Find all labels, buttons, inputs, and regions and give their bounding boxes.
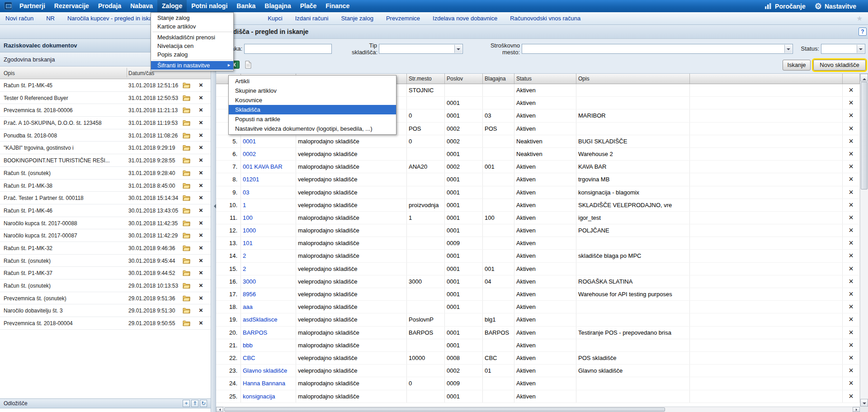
history-item-description[interactable]: Ponudba št. 2018-008	[4, 133, 124, 139]
menu-item-kosovnice[interactable]: Kosovnice	[229, 95, 396, 105]
delete-history-icon[interactable]: ×	[199, 94, 203, 101]
menubar-item-prodaja[interactable]: Prodaja	[94, 0, 126, 12]
warehouse-code-link[interactable]: 2	[241, 263, 296, 275]
delete-history-icon[interactable]: ×	[199, 106, 203, 114]
menubar-item-partnerji[interactable]: Partnerji	[15, 0, 50, 12]
open-folder-icon[interactable]	[183, 245, 191, 251]
delete-history-icon[interactable]: ×	[199, 219, 203, 227]
history-item-description[interactable]: Račun št. P1-MK-32	[4, 245, 124, 251]
menu-item-kartice-artiklov[interactable]: Kartice artiklov	[151, 22, 233, 31]
menu-item-skladi-a[interactable]: Skladišča	[229, 105, 396, 114]
delete-history-icon[interactable]: ×	[199, 194, 203, 201]
delete-warehouse-icon[interactable]: ×	[843, 327, 860, 339]
history-item-description[interactable]: Račun št. (osnutek)	[4, 283, 124, 289]
history-item-description[interactable]: BOOKINGPOINT.NET TURISTIČNE REŠI...	[4, 157, 124, 164]
history-item-description[interactable]: Prevzemnica št. 2018-00004	[4, 320, 124, 327]
menubar-item-potni-nalogi[interactable]: Potni nalogi	[187, 0, 232, 12]
splitter-collapse-icon[interactable]	[212, 204, 216, 208]
warehouse-code-link[interactable]: konsignacija	[241, 390, 296, 403]
open-folder-icon[interactable]	[183, 270, 191, 276]
delete-warehouse-icon[interactable]: ×	[843, 288, 860, 300]
search-button[interactable]: Iskanje	[783, 60, 811, 71]
delete-history-icon[interactable]: ×	[199, 118, 203, 126]
open-folder-icon[interactable]	[183, 232, 191, 239]
delete-history-icon[interactable]: ×	[199, 269, 203, 276]
delete-history-icon[interactable]: ×	[199, 143, 203, 151]
help-icon[interactable]	[859, 28, 867, 36]
menu-item-ifranti-in-nastavitve[interactable]: Šifranti in nastavitve►	[151, 61, 233, 70]
history-item-description[interactable]: Naročilo kupca št. 2017-00087	[4, 232, 124, 239]
delete-history-icon[interactable]: ×	[199, 256, 203, 264]
open-folder-icon[interactable]	[183, 208, 191, 214]
warehouse-code-link[interactable]: 01201	[241, 173, 296, 185]
delete-warehouse-icon[interactable]: ×	[843, 365, 860, 377]
delete-history-icon[interactable]: ×	[199, 156, 203, 164]
delete-history-icon[interactable]: ×	[199, 206, 203, 214]
open-folder-icon[interactable]	[183, 120, 191, 126]
open-folder-icon[interactable]	[183, 308, 191, 314]
delete-history-icon[interactable]: ×	[199, 294, 203, 302]
delete-warehouse-icon[interactable]: ×	[843, 339, 860, 351]
delete-warehouse-icon[interactable]: ×	[843, 186, 860, 199]
delete-warehouse-icon[interactable]: ×	[843, 390, 860, 403]
open-folder-icon[interactable]	[183, 283, 191, 289]
delete-warehouse-icon[interactable]: ×	[843, 109, 860, 122]
menu-item-artikli[interactable]: Artikli	[229, 76, 396, 86]
delete-history-icon[interactable]: ×	[199, 244, 203, 251]
warehouse-code-link[interactable]: 3000	[241, 275, 296, 288]
delete-history-icon[interactable]: ×	[199, 231, 203, 239]
menubar-item-blagajna[interactable]: Blagajna	[260, 0, 295, 12]
add-icon[interactable]: +	[183, 400, 190, 407]
delete-warehouse-icon[interactable]: ×	[843, 301, 860, 313]
menubar-item-pla-e[interactable]: Plače	[296, 0, 321, 12]
cost-center-select[interactable]	[522, 44, 793, 54]
menubar-item-zaloge[interactable]: Zaloge	[157, 0, 187, 12]
vertical-scrollbar[interactable]	[860, 74, 868, 407]
toolbar-link-nr[interactable]: NR	[46, 15, 55, 22]
warehouse-code-link[interactable]: CBC	[241, 352, 296, 364]
sidebar-splitter[interactable]	[211, 25, 216, 412]
delete-warehouse-icon[interactable]: ×	[843, 148, 860, 160]
menu-item-popis-zalog[interactable]: Popis zalog	[151, 50, 233, 59]
vertical-scrollbar-thumb[interactable]	[861, 82, 868, 189]
menubar-item-rezervacije[interactable]: Rezervacije	[50, 0, 94, 12]
warehouse-type-select[interactable]	[379, 44, 463, 54]
open-folder-icon[interactable]	[183, 183, 191, 189]
warehouse-code-link[interactable]: 001 KAVA BAR	[241, 161, 296, 173]
history-item-description[interactable]: Račun št. (osnutek)	[4, 258, 124, 264]
history-item-description[interactable]: Naročilo dobavitelju št. 3	[4, 308, 124, 314]
toolbar-link-izdelava-nove-dobavnice[interactable]: Izdelava nove dobavnice	[433, 15, 497, 22]
history-item-description[interactable]: Račun št. P1-MK-45	[4, 82, 124, 89]
delete-warehouse-icon[interactable]: ×	[843, 313, 860, 326]
toolbar-link-prevzemnice[interactable]: Prevzemnice	[386, 15, 420, 22]
delete-warehouse-icon[interactable]: ×	[843, 224, 860, 237]
delete-warehouse-icon[interactable]: ×	[843, 275, 860, 288]
open-folder-icon[interactable]	[183, 145, 191, 151]
toolbar-link-izdani-ra-uni[interactable]: Izdani računi	[295, 15, 329, 22]
open-folder-icon[interactable]	[183, 170, 191, 176]
delete-warehouse-icon[interactable]: ×	[843, 135, 860, 147]
warehouse-code-link[interactable]: BARPOS	[241, 327, 296, 339]
history-item-description[interactable]: Račun št. P1-MK-38	[4, 183, 124, 189]
delete-history-icon[interactable]: ×	[199, 131, 203, 139]
delete-warehouse-icon[interactable]: ×	[843, 250, 860, 262]
delete-history-icon[interactable]: ×	[199, 319, 203, 327]
delete-history-icon[interactable]: ×	[199, 181, 203, 189]
history-item-description[interactable]: "KAJBI" trgovina, gostinstvo i	[4, 145, 124, 151]
warehouse-code-link[interactable]: 1000	[241, 224, 296, 237]
warehouse-code-link[interactable]: 8956	[241, 288, 296, 300]
open-folder-icon[interactable]	[183, 320, 191, 327]
scroll-left-icon[interactable]	[216, 407, 223, 412]
open-folder-icon[interactable]	[183, 133, 191, 139]
history-item-description[interactable]: Prevzemnica št. (osnutek)	[4, 295, 124, 302]
delete-history-icon[interactable]: ×	[199, 306, 203, 314]
warehouse-code-link[interactable]: 0002	[241, 148, 296, 160]
oznaka-input[interactable]	[244, 44, 332, 54]
open-folder-icon[interactable]	[183, 258, 191, 264]
menu-item-nivelacija-cen[interactable]: Nivelacija cen	[151, 42, 233, 50]
warehouse-code-link[interactable]: 101	[241, 237, 296, 249]
warehouse-code-link[interactable]: Glavno skladišče	[241, 365, 296, 377]
delete-warehouse-icon[interactable]: ×	[843, 84, 860, 96]
document-icon[interactable]	[244, 61, 252, 69]
horizontal-scrollbar-thumb[interactable]	[224, 407, 665, 412]
